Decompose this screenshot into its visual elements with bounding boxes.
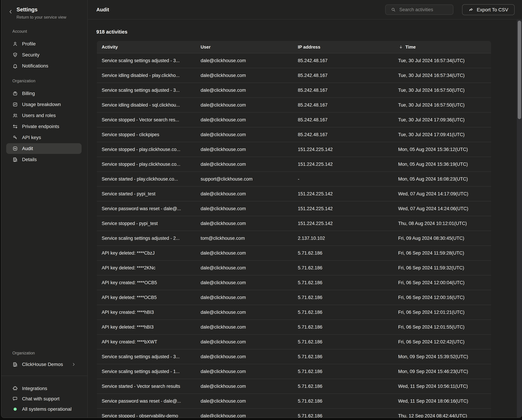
column-header-ip-address[interactable]: IP address [293,44,393,50]
sidebar-item-label: API keys [22,135,41,140]
table-row[interactable]: Service idling disabled - play.clickho..… [97,68,491,83]
cell-activity: Service idling disabled - play.clickho..… [97,73,196,78]
table-row[interactable]: Service password was reset - dale@...dal… [97,394,491,409]
table-row[interactable]: Service stopped - Vector search res...da… [97,113,491,127]
page-subtitle: Return to your service view [16,15,66,20]
search-input[interactable] [399,7,450,13]
table-row[interactable]: API key deleted: ****OCB5dale@clickhouse… [97,290,491,305]
sidebar-item-private-endpoints[interactable]: Private endpoints [6,121,82,132]
search-box[interactable] [385,4,453,15]
table-row[interactable]: Service stopped - play.clickhouse.co...d… [97,142,491,157]
cell-time: Wed, 11 Sep 2024 18:06:16(UTC) [393,398,491,404]
cell-user: dale@clickhouse.com [196,117,293,123]
cell-activity: Service password was reset - dale@... [97,398,196,404]
sidebar-item-audit[interactable]: Audit [6,143,82,154]
table-row[interactable]: Service started - pypi_testdale@clickhou… [97,187,491,201]
table-row[interactable]: Service stopped - observability-demodale… [97,409,491,418]
sidebar-item-usage-breakdown[interactable]: Usage breakdown [6,99,82,110]
cell-activity: Service started - Vector search results [97,384,196,389]
cell-activity: Service scaling settings adjusted - 3... [97,58,196,63]
column-header-user[interactable]: User [196,44,293,50]
table-row[interactable]: Service scaling settings adjusted - 3...… [97,350,491,364]
table-row[interactable]: Service stopped - pypi_testdale@clickhou… [97,216,491,231]
building-icon [12,362,18,367]
table-row[interactable]: API key created: ****bXWTdale@clickhouse… [97,335,491,350]
cell-activity: Service scaling settings adjusted - 2... [97,236,196,241]
footer-organization-label: Organization [12,350,35,356]
cell-user: dale@clickhouse.com [196,265,293,271]
cell-activity: Service stopped - clickpipes [97,132,196,137]
cell-time: Wed, 07 Aug 2024 14:17:09(UTC) [393,191,491,197]
table-row[interactable]: API key deleted: ****hBI3dale@clickhouse… [97,320,491,335]
table-row[interactable]: Service scaling settings adjusted - 2...… [97,231,491,246]
table-row[interactable]: Service password was reset - dale@...dal… [97,201,491,216]
status-label: All systems operational [22,406,72,412]
arrow-down-icon [398,45,404,49]
cell-user: dale@clickhouse.com [196,102,293,108]
table-row[interactable]: API key deleted: ****2KNcdale@clickhouse… [97,261,491,275]
table-row[interactable]: Service stopped - clickpipesdale@clickho… [97,127,491,142]
cell-time: Fri, 06 Sep 2024 11:59:32(UTC) [393,265,491,271]
org-switcher-clickhouse-demos[interactable]: ClickHouse Demos [6,359,82,370]
table-row[interactable]: Service scaling settings adjusted - 3...… [97,53,491,68]
cell-ip: 85.242.48.167 [293,88,393,93]
sidebar-item-profile[interactable]: Profile [6,39,82,49]
table-row[interactable]: Service scaling settings adjusted - 3...… [97,83,491,98]
table-row[interactable]: Service idling disabled - sql.clickhou..… [97,98,491,113]
sidebar-nav: AccountProfileSecurityNotificationsOrgan… [1,26,87,165]
activities-count: 918 activities [96,29,128,35]
sidebar-item-label: Private endpoints [22,124,59,129]
table-row[interactable]: Service stopped - play.clickhouse.co...d… [97,157,491,172]
sidebar: Settings Return to your service view Acc… [1,0,88,418]
section-label-account: Account [12,29,82,34]
cell-user: dale@clickhouse.com [196,88,293,93]
cell-ip: 5.71.62.186 [293,280,393,285]
footer-link-integrations[interactable]: Integrations [6,383,82,394]
screen: Settings Return to your service view Acc… [0,0,522,420]
table-header-row: ActivityUserIP addressTime [97,41,491,53]
cell-activity: API key created: ****hBI3 [97,310,196,315]
column-label: IP address [298,44,320,50]
cell-user: dale@clickhouse.com [196,369,293,374]
audit-table: ActivityUserIP addressTime Service scali… [97,41,491,418]
table-row[interactable]: Service started - Vector search resultsd… [97,379,491,394]
export-to-csv-button[interactable]: Export To CSV [462,4,514,15]
cell-activity: Service password was reset - dale@... [97,206,196,211]
search-icon [391,7,396,12]
cell-time: Fri, 09 Aug 2024 08:30:45(UTC) [393,236,491,241]
cell-time: Fri, 06 Sep 2024 11:59:28(UTC) [393,250,491,256]
system-status[interactable]: All systems operational [6,404,82,414]
table-row[interactable]: API key created: ****hBI3dale@clickhouse… [97,305,491,320]
cell-time: Mon, 05 Aug 2024 16:08:23(UTC) [393,176,491,182]
arrows-left-right-icon [12,124,18,129]
scrollbar-thumb[interactable] [518,21,521,119]
building-icon [12,157,18,162]
table-row[interactable]: API key created: ****OCB5dale@clickhouse… [97,275,491,290]
sidebar-item-notifications[interactable]: Notifications [6,61,82,71]
cell-ip: 151.224.225.142 [293,221,393,226]
cell-time: Tue, 30 Jul 2024 17:09:36(UTC) [393,117,491,123]
cell-user: dale@clickhouse.com [196,250,293,256]
cell-time: Fri, 06 Sep 2024 12:00:04(UTC) [393,280,491,285]
back-button[interactable] [8,9,14,15]
sidebar-item-security[interactable]: Security [6,50,82,60]
footer-link-chat-with-support[interactable]: Chat with support [6,394,82,404]
sidebar-item-details[interactable]: Details [6,154,82,165]
cell-time: Wed, 07 Aug 2024 14:24:06(UTC) [393,206,491,211]
cell-user: support@clickhouse.com [196,176,293,182]
column-header-activity[interactable]: Activity [97,44,196,50]
cell-user: dale@clickhouse.com [196,295,293,300]
cell-ip: 5.71.62.186 [293,325,393,330]
puzzle-icon [12,386,18,391]
sidebar-item-billing[interactable]: Billing [6,88,82,99]
sidebar-item-api-keys[interactable]: API keys [6,132,82,143]
table-row[interactable]: Service scaling settings adjusted - 1...… [97,364,491,379]
table-row[interactable]: API key deleted: ****CbzJdale@clickhouse… [97,246,491,261]
cell-time: Fri, 06 Sep 2024 12:01:21(UTC) [393,310,491,315]
cell-ip: 151.224.225.142 [293,206,393,211]
sidebar-item-users-and-roles[interactable]: Users and roles [6,110,82,121]
sidebar-item-label: Usage breakdown [22,102,61,107]
scrollbar[interactable] [517,20,522,418]
column-header-time[interactable]: Time [393,44,491,50]
table-row[interactable]: Service started - play.clickhouse.co...s… [97,172,491,187]
